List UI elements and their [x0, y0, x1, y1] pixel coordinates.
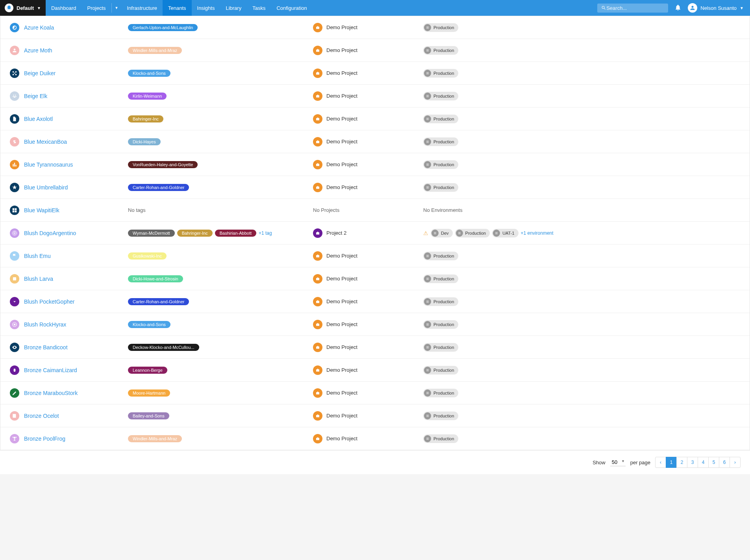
projects-dropdown-icon[interactable]: ▼ — [112, 0, 122, 16]
tag-chip[interactable]: Bashirian-Abbott — [215, 230, 256, 237]
tag-chip[interactable]: Moore-Hartmann — [128, 389, 170, 397]
tenant-link[interactable]: Bronze CaimanLizard — [24, 367, 77, 373]
tag-chip[interactable]: VonRueden-Haley-and-Goyette — [128, 161, 198, 168]
env-chip-icon — [424, 115, 431, 122]
env-chip-label: Production — [433, 414, 454, 418]
env-chip[interactable]: Production — [423, 297, 458, 306]
env-chip[interactable]: Production — [423, 92, 458, 100]
tenant-link[interactable]: Beige Elk — [24, 93, 47, 99]
tenant-link[interactable]: Blush Emu — [24, 253, 51, 259]
search-input[interactable] — [606, 5, 664, 11]
tag-chip[interactable]: Bailey-and-Sons — [128, 412, 169, 419]
tenant-link[interactable]: Bronze MarabouStork — [24, 390, 78, 396]
env-chip[interactable]: Production — [423, 183, 458, 192]
project-name: Project 2 — [326, 230, 346, 236]
env-chip[interactable]: Production — [455, 229, 490, 237]
tenant-icon — [10, 320, 19, 329]
env-chip-label: Dev — [441, 231, 449, 235]
env-chip[interactable]: Production — [423, 274, 458, 283]
tag-chip[interactable]: Windler-Mills-and-Mraz — [128, 47, 182, 54]
nav-dashboard[interactable]: Dashboard — [46, 0, 82, 16]
env-chip[interactable]: Production — [423, 320, 458, 329]
space-name: Default — [17, 5, 34, 11]
tenant-link[interactable]: Beige Duiker — [24, 70, 56, 76]
tenant-link[interactable]: Blush PocketGopher — [24, 299, 74, 305]
nav-tenants[interactable]: Tenants — [163, 0, 192, 16]
tag-chip[interactable]: Deckow-Klocko-and-McCullou... — [128, 344, 199, 351]
tag-chip[interactable]: Bahringer-Inc — [128, 115, 163, 122]
env-chip[interactable]: UAT-1 — [492, 229, 518, 237]
tag-chip[interactable]: Carter-Rohan-and-Goldner — [128, 184, 189, 191]
env-chip[interactable]: Production — [423, 23, 458, 32]
nav-insights[interactable]: Insights — [192, 0, 220, 16]
env-chip[interactable]: Dev — [431, 229, 453, 237]
env-chip[interactable]: Production — [423, 115, 458, 123]
space-selector[interactable]: Default ▼ — [0, 0, 46, 16]
tag-chip[interactable]: Wyman-McDermott — [128, 230, 175, 237]
svg-point-9 — [14, 232, 15, 234]
tenant-link[interactable]: Bronze Ocelot — [24, 413, 59, 419]
tenant-link[interactable]: Blush DogoArgentino — [24, 230, 76, 236]
env-chip[interactable]: Production — [423, 46, 458, 55]
tenant-link[interactable]: Bronze Bandicoot — [24, 344, 68, 350]
page-button-1[interactable]: 1 — [666, 457, 677, 468]
tenant-link[interactable]: Blue Umbrellabird — [24, 184, 68, 191]
tenant-link[interactable]: Blue Tyrannosaurus — [24, 161, 73, 168]
page-button-4[interactable]: 4 — [698, 457, 709, 468]
tenant-link[interactable]: Blue Axolotl — [24, 116, 53, 122]
project-icon — [313, 297, 322, 306]
tag-chip[interactable]: Klocko-and-Sons — [128, 70, 170, 77]
user-menu[interactable]: Nelson Susanto ▼ — [688, 3, 744, 13]
env-chip[interactable]: Production — [423, 366, 458, 375]
tag-chip[interactable]: Windler-Mills-and-Mraz — [128, 435, 182, 442]
env-chip-label: Production — [433, 254, 454, 258]
page-button-5[interactable]: 5 — [708, 457, 719, 468]
nav-library[interactable]: Library — [220, 0, 247, 16]
tenant-icon — [10, 160, 19, 169]
env-chip-label: Production — [433, 117, 454, 121]
page-prev-button[interactable]: ‹ — [655, 457, 666, 468]
tag-chip[interactable]: Klocko-and-Sons — [128, 321, 170, 328]
env-chip[interactable]: Production — [423, 412, 458, 420]
tag-chip[interactable]: Kirlin-Weimann — [128, 93, 167, 100]
page-button-3[interactable]: 3 — [687, 457, 698, 468]
tag-chip[interactable]: Carter-Rohan-and-Goldner — [128, 298, 189, 305]
tenant-link[interactable]: Azure Koala — [24, 24, 54, 31]
tag-chip[interactable]: Leannon-Berge — [128, 367, 167, 374]
env-chip[interactable]: Production — [423, 137, 458, 146]
env-chip[interactable]: Production — [423, 343, 458, 352]
page-size-select[interactable]: 50 — [610, 458, 626, 466]
envs-more-link[interactable]: +1 environment — [521, 230, 554, 236]
tenant-icon — [10, 274, 19, 284]
tag-chip[interactable]: Gerlach-Upton-and-McLaughlin — [128, 24, 198, 31]
tag-chip[interactable]: Dicki-Hayes — [128, 138, 161, 145]
env-chip[interactable]: Production — [423, 160, 458, 169]
env-chip[interactable]: Production — [423, 389, 458, 397]
env-chip[interactable]: Production — [423, 69, 458, 78]
user-name: Nelson Susanto — [700, 5, 737, 11]
tenant-link[interactable]: Blush RockHyrax — [24, 321, 66, 328]
svg-point-4 — [13, 95, 14, 95]
nav-tasks[interactable]: Tasks — [247, 0, 271, 16]
notifications-icon[interactable] — [674, 4, 681, 12]
tags-more-link[interactable]: +1 tag — [259, 230, 272, 236]
page-button-2[interactable]: 2 — [676, 457, 687, 468]
search-box[interactable] — [597, 4, 668, 13]
nav-infrastructure[interactable]: Infrastructure — [121, 0, 163, 16]
nav-configuration[interactable]: Configuration — [271, 0, 312, 16]
page-next-button[interactable]: › — [730, 457, 741, 468]
nav-projects[interactable]: Projects — [82, 0, 111, 16]
tenant-link[interactable]: Bronze PoolFrog — [24, 436, 65, 442]
tag-chip[interactable]: Dicki-Howe-and-Strosin — [128, 275, 183, 282]
tenant-link[interactable]: Blue WapitiElk — [24, 207, 59, 213]
tenant-link[interactable]: Blush Larva — [24, 276, 53, 282]
env-chip[interactable]: Production — [423, 434, 458, 443]
tenant-icon — [10, 251, 19, 261]
env-chip[interactable]: Production — [423, 252, 458, 260]
tag-chip[interactable]: Gusikowski-Inc — [128, 252, 167, 260]
tenant-link[interactable]: Blue MexicanBoa — [24, 139, 67, 145]
page-button-6[interactable]: 6 — [719, 457, 730, 468]
table-row: Blue MexicanBoaDicki-HayesDemo ProjectPr… — [0, 130, 750, 153]
tenant-link[interactable]: Azure Moth — [24, 47, 52, 54]
tag-chip[interactable]: Bahringer-Inc — [177, 230, 213, 237]
